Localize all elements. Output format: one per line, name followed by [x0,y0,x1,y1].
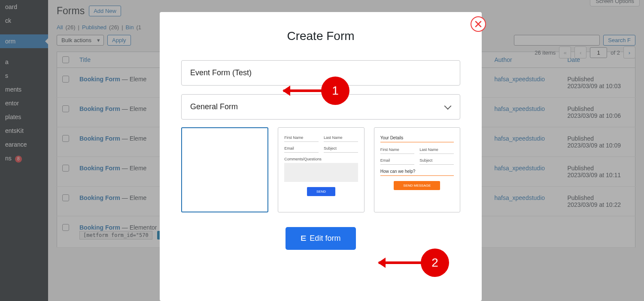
tpl-label: First Name [284,135,319,140]
form-type-select[interactable]: General Form [181,94,460,120]
edit-form-button[interactable]: IΞ Edit form [286,227,356,250]
tpl-label: First Name [380,147,415,152]
template-contact-2[interactable]: Your Details First Name Last Name Email … [374,127,460,212]
close-button[interactable] [471,16,486,32]
tpl-header: Your Details [380,135,454,140]
template-contact-1[interactable]: First Name Last Name Email Subject Comme… [278,127,364,212]
annotation-arrow-1 [283,89,322,92]
template-blank[interactable] [181,127,268,212]
form-name-input[interactable] [181,60,460,86]
close-icon [474,20,482,28]
tpl-label: Comments/Questions [284,157,358,161]
edit-form-label: Edit form [310,234,340,243]
tpl-label: How can we help? [380,169,454,174]
annotation-marker-1: 1 [321,77,349,105]
tpl-label: Email [284,146,319,150]
elementor-icon: IΞ [301,235,306,243]
tpl-send-button: SEND [307,187,335,196]
annotation-marker-2: 2 [421,249,449,277]
tpl-label: Subject [419,158,454,163]
modal-title: Create Form [181,29,460,43]
template-row: First Name Last Name Email Subject Comme… [181,127,460,212]
tpl-send-button: SEND MESSAGE [394,181,440,190]
annotation-arrow-2 [379,261,422,264]
tpl-label: Last Name [324,135,358,140]
tpl-label: Subject [324,146,358,150]
tpl-label: Email [380,158,415,163]
tpl-label: Last Name [419,147,454,152]
